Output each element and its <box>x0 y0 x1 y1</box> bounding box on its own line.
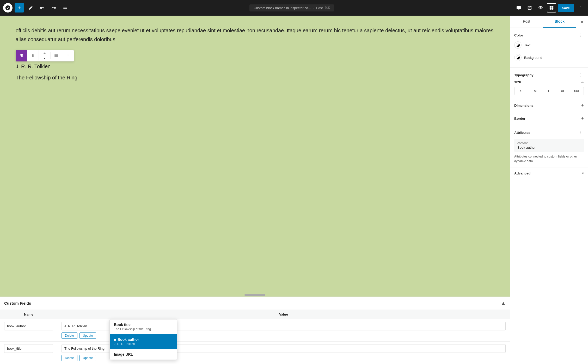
custom-fields-table-wrap: Name Value Delete <box>0 310 510 364</box>
border-header[interactable]: Border + <box>514 116 584 121</box>
size-buttons-row: S M L XL XXL <box>514 87 584 95</box>
topbar: Custom block names in inspector co... · … <box>0 0 588 16</box>
attributes-options-button[interactable] <box>577 129 584 136</box>
border-add-icon[interactable]: + <box>581 116 584 121</box>
inline-toolbar <box>16 50 74 61</box>
svg-point-12 <box>68 55 68 56</box>
sidebar-close-button[interactable] <box>576 17 588 27</box>
block-editor-button[interactable] <box>547 3 556 12</box>
responsive-button[interactable] <box>536 3 545 12</box>
border-title: Border <box>514 117 525 121</box>
sidebar-tabs: Post Block <box>510 16 576 28</box>
svg-rect-4 <box>552 8 553 10</box>
add-block-button[interactable] <box>15 3 24 12</box>
size-s-button[interactable]: S <box>514 87 528 95</box>
scroll-indicator[interactable] <box>244 294 265 296</box>
cf-name-header: Name <box>0 310 57 319</box>
scroll-bar-area <box>0 293 510 297</box>
cf-update-1[interactable]: Update <box>79 332 96 339</box>
custom-fields-toggle[interactable]: ▲ <box>501 300 506 306</box>
inline-toolbar-container <box>16 50 494 61</box>
text-color-option[interactable]: Text <box>514 39 584 51</box>
svg-point-14 <box>580 34 580 34</box>
tab-post[interactable]: Post <box>510 16 543 28</box>
size-slider-icon[interactable]: ⇌ <box>581 80 584 84</box>
cf-name-input-2[interactable] <box>4 344 53 353</box>
size-label: SIZE <box>514 81 521 84</box>
svg-point-10 <box>33 57 34 57</box>
advanced-header[interactable]: Advanced ▾ <box>514 171 584 175</box>
tab-block[interactable]: Block <box>543 16 576 28</box>
post-title-area[interactable]: Custom block names in inspector co... · … <box>249 4 334 11</box>
typography-section-title: Typography <box>514 73 533 77</box>
custom-fields-panel: Custom Fields ▲ Name Value <box>0 297 510 364</box>
size-xl-button[interactable]: XL <box>556 87 570 95</box>
align-button[interactable] <box>51 50 62 61</box>
svg-point-22 <box>580 134 580 134</box>
edit-tool-button[interactable] <box>26 3 35 12</box>
dimensions-add-icon[interactable]: + <box>581 103 584 108</box>
cf-value-header: Value <box>57 310 510 319</box>
paragraph-tool-button[interactable] <box>16 50 27 61</box>
advanced-section: Advanced ▾ <box>510 167 588 179</box>
custom-fields-header: Custom Fields ▲ <box>0 297 510 310</box>
undo-button[interactable] <box>38 3 47 12</box>
color-options-button[interactable] <box>577 32 584 39</box>
more-options-toolbar-button[interactable] <box>62 50 74 61</box>
cf-update-2[interactable]: Update <box>79 355 96 361</box>
svg-point-18 <box>580 75 580 75</box>
size-m-button[interactable]: M <box>528 87 542 95</box>
attributes-section-header: Attributes <box>514 129 584 136</box>
sidebar-tab-row: Post Block <box>510 16 588 28</box>
list-view-button[interactable] <box>60 3 70 12</box>
custom-fields-title: Custom Fields <box>4 301 31 305</box>
text-color-swatch[interactable] <box>514 41 522 49</box>
right-sidebar: Post Block Color Text <box>510 16 588 364</box>
table-row: Delete Update Book title The Fellowship … <box>0 319 510 342</box>
external-link-button[interactable] <box>525 3 534 12</box>
table-row: Delete Update <box>0 342 510 364</box>
author-block: J. R. R. Tolkien <box>16 64 494 70</box>
svg-rect-1 <box>550 6 551 8</box>
svg-rect-2 <box>552 6 553 8</box>
dimensions-header[interactable]: Dimensions + <box>514 103 584 108</box>
size-header: SIZE ⇌ <box>514 80 584 84</box>
cf-name-input-1[interactable] <box>4 322 53 330</box>
cf-delete-1[interactable]: Delete <box>62 332 77 339</box>
attribute-dropdown: Book title The Fellowship of the Ring Bo… <box>109 319 177 360</box>
svg-point-11 <box>68 54 68 55</box>
cf-delete-2[interactable]: Delete <box>62 355 77 361</box>
advanced-chevron-icon[interactable]: ▾ <box>582 171 584 175</box>
save-button[interactable]: Save <box>558 4 574 12</box>
dropdown-item-book-title[interactable]: Book title The Fellowship of the Ring <box>110 319 177 334</box>
move-up-down-button[interactable] <box>39 50 50 61</box>
topbar-right: Save ⋮ <box>514 3 585 12</box>
svg-point-6 <box>33 54 34 55</box>
dropdown-item-image-url[interactable]: Image URL <box>110 349 177 360</box>
border-section: Border + <box>510 112 588 125</box>
background-color-inner <box>516 55 520 60</box>
post-title-text: Custom block names in inspector co... <box>254 6 311 10</box>
svg-point-7 <box>32 55 33 56</box>
size-l-button[interactable]: L <box>542 87 556 95</box>
main-layout: officiis debitis aut rerum necessitatibu… <box>0 16 588 364</box>
typography-section-header: Typography <box>514 71 584 79</box>
advanced-title: Advanced <box>514 171 530 175</box>
attributes-desc: Attributes connected to custom fields or… <box>514 154 584 164</box>
dropdown-item-book-author[interactable]: Book author J. R. R. Tolkien <box>110 334 177 349</box>
typography-options-button[interactable] <box>577 71 584 79</box>
text-color-inner <box>516 43 520 47</box>
svg-point-20 <box>580 131 580 131</box>
title-block: The Fellowship of the Ring <box>16 75 494 81</box>
desktop-view-button[interactable] <box>514 3 523 12</box>
background-color-swatch[interactable] <box>514 54 522 61</box>
more-options-button[interactable]: ⋮ <box>575 3 585 12</box>
dropdown-item-subtitle-2: J. R. R. Tolkien <box>114 342 173 346</box>
editor-content[interactable]: officiis debitis aut rerum necessitatibu… <box>0 16 510 293</box>
size-xxl-button[interactable]: XXL <box>570 87 584 95</box>
topbar-center: Custom block names in inspector co... · … <box>72 4 512 11</box>
background-color-option[interactable]: Background <box>514 51 584 64</box>
drag-handle-button[interactable] <box>27 50 39 61</box>
redo-button[interactable] <box>49 3 58 12</box>
attributes-content-label: content <box>517 141 581 145</box>
